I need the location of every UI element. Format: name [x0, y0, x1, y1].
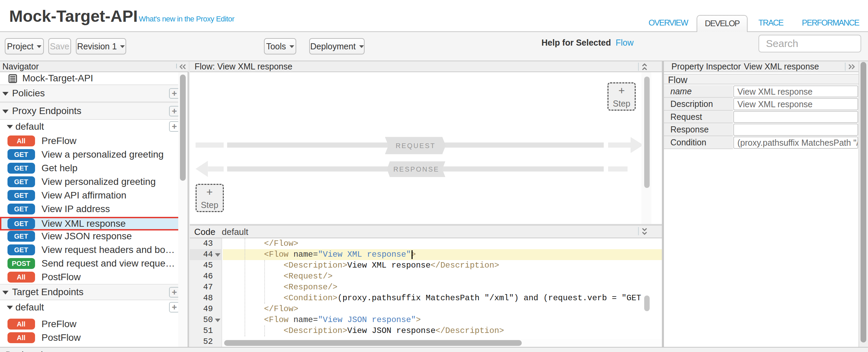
- svg-text:RESPONSE: RESPONSE: [393, 165, 439, 173]
- svg-text:REQUEST: REQUEST: [396, 142, 436, 149]
